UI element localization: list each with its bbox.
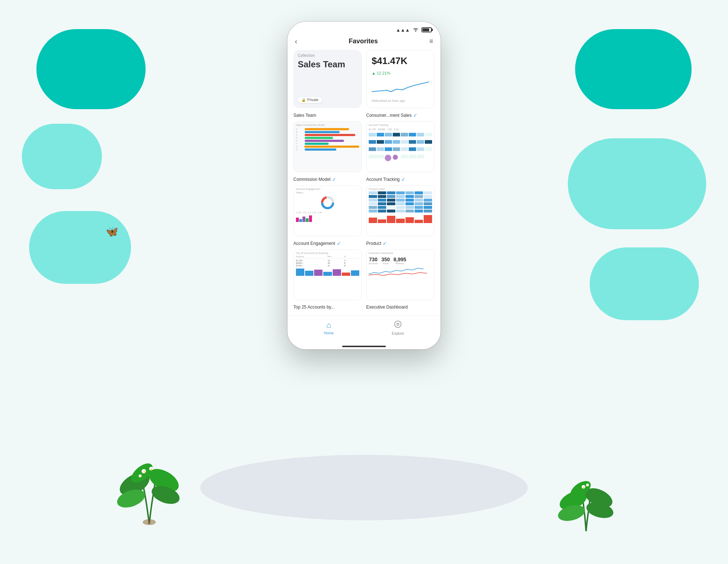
exec-dashboard-label: Executive Dashboard xyxy=(366,305,435,310)
butterfly-decoration: 🦋 xyxy=(106,226,118,238)
row2-labels: Commission Model ✓ Account Tracking ✓ xyxy=(293,176,435,182)
exec-num-1: 730 Accounts xyxy=(369,257,378,265)
commission-model-card[interactable]: Sales Commission Model A B C xyxy=(293,121,362,172)
row2-cards: Sales Commission Model A B C xyxy=(293,121,435,176)
commission-model-label: Commission Model ✓ xyxy=(293,176,362,182)
app-header: ‹ Favorites ≡ xyxy=(288,34,440,50)
bg-blob-6 xyxy=(590,247,699,320)
home-label: Home xyxy=(324,331,334,335)
account-tracking-label: Account Tracking ✓ xyxy=(366,176,435,182)
status-bar: ▲▲▲ xyxy=(288,22,440,34)
signal-icon: ▲▲▲ xyxy=(396,27,410,33)
commission-preview: Sales Commission Model A B C xyxy=(294,122,361,172)
product-card[interactable]: Product Views xyxy=(366,185,435,236)
exec-num-2: 350 Active xyxy=(381,257,390,265)
bg-blob-1 xyxy=(36,29,146,109)
svg-point-20 xyxy=(587,485,589,486)
lock-icon: 🔒 xyxy=(301,98,306,102)
plant-left xyxy=(113,437,186,528)
top25-label: Top 25 Accounts by... xyxy=(293,305,362,310)
svg-point-21 xyxy=(415,31,416,32)
home-icon: ⌂ xyxy=(327,321,331,330)
row1-labels: Sales Team Consumer...ment Sales ✓ xyxy=(293,112,435,118)
account-engagement-label: Account Engagement ✓ xyxy=(293,241,362,246)
checkmark-icon: ✓ xyxy=(413,112,418,118)
consumer-metric-card[interactable]: $41.47K ▲ 12.21% Refreshed an hour ago xyxy=(366,50,435,108)
private-badge: 🔒 Private xyxy=(298,97,322,103)
metric-change: ▲ 12.21% xyxy=(372,71,429,75)
list-view-icon[interactable]: ≡ xyxy=(429,37,433,45)
metric-value: $41.47K xyxy=(372,55,429,67)
account-engagement-card[interactable]: Account Engagement Filters: xyxy=(293,185,362,236)
product-label: Product ✓ xyxy=(366,241,435,246)
collection-label: Collection xyxy=(298,53,315,57)
row4-cards: Top 25 Accounts by Expiring... Account R… xyxy=(293,249,435,305)
svg-point-19 xyxy=(583,487,585,488)
row4-labels: Top 25 Accounts by... Executive Dashboar… xyxy=(293,305,435,310)
engagement-preview: Account Engagement Filters: xyxy=(294,186,361,224)
refresh-label: Refreshed an hour ago xyxy=(372,99,429,103)
phone-wrapper: ▲▲▲ ‹ Favorites ≡ xyxy=(288,22,440,513)
bg-blob-5 xyxy=(568,138,706,229)
consumer-sales-label: Consumer...ment Sales ✓ xyxy=(366,112,435,118)
top25-preview: Top 25 Accounts by Expiring... Account R… xyxy=(294,250,361,278)
content-area: Collection Sales Team 🔒 Private $41.47K … xyxy=(288,50,440,315)
row3-labels: Account Engagement ✓ Product ✓ xyxy=(293,241,435,246)
executive-dashboard-card[interactable]: Executive Dashboard 730 Accounts 350 Act… xyxy=(366,249,435,300)
back-button[interactable]: ‹ xyxy=(295,37,297,45)
bottom-navigation: ⌂ Home Explore xyxy=(288,315,440,343)
svg-point-11 xyxy=(143,519,156,525)
exec-preview: Executive Dashboard 730 Accounts 350 Act… xyxy=(367,250,434,280)
svg-point-9 xyxy=(151,469,152,470)
svg-point-26 xyxy=(397,323,399,325)
account-tracking-card[interactable]: Account Tracking $1.7M$488K1303.4x xyxy=(366,121,435,172)
phone: ▲▲▲ ‹ Favorites ≡ xyxy=(288,22,440,349)
explore-icon xyxy=(394,320,402,330)
home-indicator xyxy=(342,346,386,347)
explore-label: Explore xyxy=(392,331,404,335)
svg-point-10 xyxy=(140,476,141,477)
checkmark-icon-3: ✓ xyxy=(401,176,405,182)
bg-blob-4 xyxy=(575,29,692,109)
checkmark-icon-5: ✓ xyxy=(383,241,387,246)
svg-point-5 xyxy=(142,469,146,473)
tracking-preview: Account Tracking $1.7M$488K1303.4x xyxy=(367,122,434,172)
nav-explore[interactable]: Explore xyxy=(392,320,404,335)
wifi-icon xyxy=(413,27,419,33)
sparkline xyxy=(372,80,429,95)
exec-num-3: 8,995 Revenue xyxy=(393,257,406,265)
page-title: Favorites xyxy=(349,37,378,45)
sales-team-label: Sales Team xyxy=(293,112,362,118)
battery-icon xyxy=(422,27,432,32)
bg-blob-2 xyxy=(22,124,102,189)
sales-team-collection-card[interactable]: Collection Sales Team 🔒 Private xyxy=(293,50,362,108)
collection-title: Sales Team xyxy=(298,59,345,69)
checkmark-icon-2: ✓ xyxy=(332,176,336,182)
product-preview: Product Views xyxy=(367,186,434,225)
row3-cards: Account Engagement Filters: xyxy=(293,185,435,241)
svg-point-25 xyxy=(395,321,401,327)
nav-home[interactable]: ⌂ Home xyxy=(324,321,334,335)
checkmark-icon-4: ✓ xyxy=(337,241,341,246)
plant-right xyxy=(553,455,619,535)
top25-accounts-card[interactable]: Top 25 Accounts by Expiring... Account R… xyxy=(293,249,362,300)
svg-point-8 xyxy=(144,471,145,473)
top-cards-row: Collection Sales Team 🔒 Private $41.47K … xyxy=(293,50,435,112)
bg-blob-3 xyxy=(29,211,131,284)
